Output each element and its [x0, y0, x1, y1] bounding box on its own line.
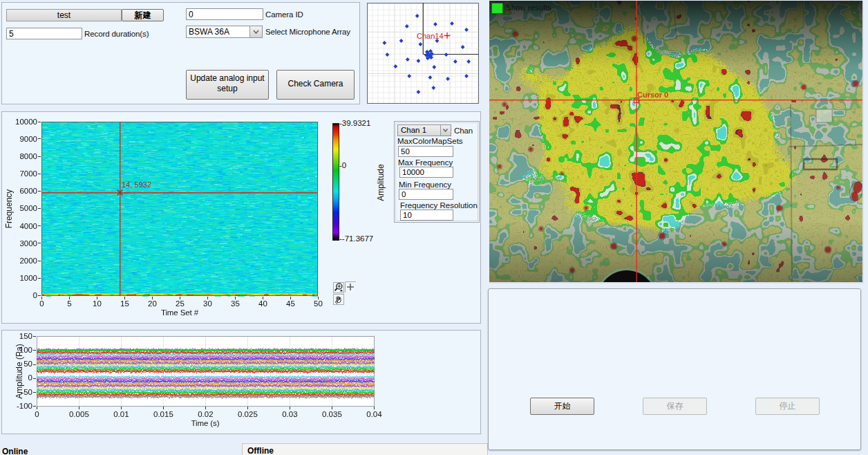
svg-text:Chan14: Chan14: [417, 32, 444, 40]
